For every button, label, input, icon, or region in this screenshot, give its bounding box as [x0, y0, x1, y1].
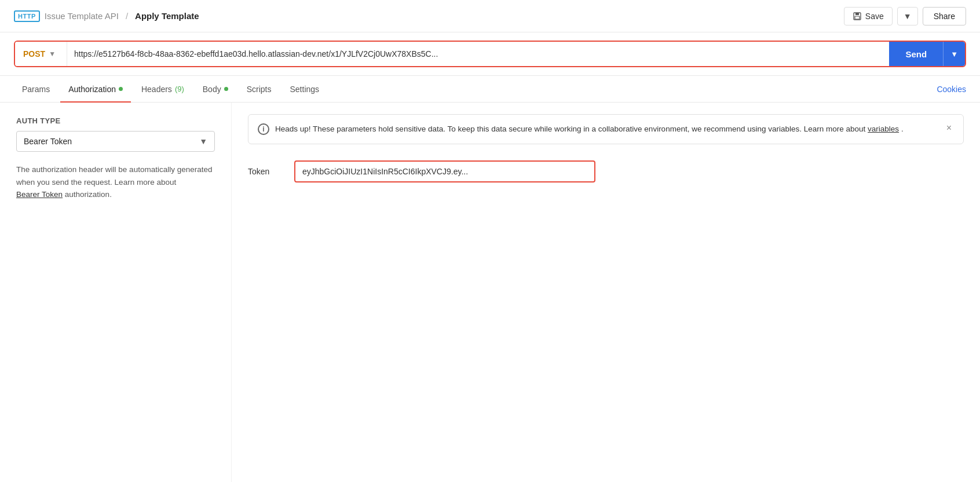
auth-description: The authorization header will be automat… [16, 163, 215, 201]
tab-authorization-label: Authorization [68, 85, 116, 94]
svg-rect-1 [855, 13, 859, 15]
topbar-left: HTTP Issue Template API / Apply Template [14, 10, 199, 22]
tabs-left: Params Authorization Headers (9) Body Sc… [14, 76, 327, 102]
main-content: Auth Type Bearer Token ▼ The authorizati… [0, 103, 980, 482]
svg-rect-2 [855, 16, 860, 19]
right-panel: i Heads up! These parameters hold sensit… [232, 103, 980, 482]
variables-link[interactable]: variables [868, 125, 899, 133]
topbar: HTTP Issue Template API / Apply Template… [0, 0, 980, 32]
url-input[interactable] [67, 42, 889, 66]
auth-desc-suffix: authorization. [65, 190, 112, 199]
http-badge: HTTP [14, 10, 40, 22]
authorization-dot [119, 87, 123, 91]
auth-desc-text: The authorization header will be automat… [16, 165, 212, 187]
method-chevron-icon: ▼ [49, 50, 56, 58]
tab-headers-label: Headers [141, 85, 172, 94]
tab-settings[interactable]: Settings [281, 76, 327, 103]
method-selector[interactable]: POST ▼ [15, 42, 67, 66]
share-button[interactable]: Share [923, 7, 966, 25]
tab-settings-label: Settings [290, 85, 319, 94]
save-icon [853, 12, 862, 21]
save-button[interactable]: Save [844, 7, 893, 25]
send-btn-group: Send ▼ [889, 42, 965, 66]
breadcrumb-separator: / [126, 11, 128, 21]
urlbar-section: POST ▼ Send ▼ [0, 32, 980, 76]
banner-text: Heads up! These parameters hold sensitiv… [275, 123, 938, 136]
breadcrumb-current: Apply Template [135, 11, 199, 21]
urlbar: POST ▼ Send ▼ [14, 41, 966, 67]
auth-type-label: Auth Type [16, 116, 215, 125]
bearer-token-link[interactable]: Bearer Token [16, 190, 63, 199]
cookies-link[interactable]: Cookies [937, 85, 966, 94]
method-label: POST [23, 49, 45, 59]
topbar-right: Save ▼ Share [844, 7, 966, 25]
banner-text-1: Heads up! These parameters hold sensitiv… [275, 125, 865, 133]
info-banner: i Heads up! These parameters hold sensit… [248, 114, 964, 144]
auth-type-value: Bearer Token [24, 137, 72, 146]
auth-type-select[interactable]: Bearer Token ▼ [16, 131, 215, 152]
tab-params-label: Params [22, 85, 50, 94]
token-row: Token [248, 160, 964, 182]
save-label: Save [865, 12, 884, 21]
tab-scripts[interactable]: Scripts [239, 76, 280, 103]
token-input[interactable] [294, 160, 595, 182]
tabs-bar: Params Authorization Headers (9) Body Sc… [0, 76, 980, 103]
tab-params[interactable]: Params [14, 76, 58, 103]
save-dropdown-button[interactable]: ▼ [897, 7, 918, 25]
headers-badge: (9) [175, 85, 184, 93]
tab-headers[interactable]: Headers (9) [133, 76, 192, 103]
body-dot [224, 87, 228, 91]
tab-authorization[interactable]: Authorization [60, 76, 131, 103]
info-icon: i [258, 123, 269, 135]
banner-text-2: . [901, 125, 904, 133]
auth-type-chevron-icon: ▼ [199, 137, 207, 146]
close-banner-button[interactable]: × [944, 123, 954, 133]
send-dropdown-button[interactable]: ▼ [943, 42, 965, 66]
token-label: Token [248, 167, 283, 176]
tab-body[interactable]: Body [195, 76, 236, 103]
send-button[interactable]: Send [889, 42, 943, 66]
left-panel: Auth Type Bearer Token ▼ The authorizati… [0, 103, 232, 482]
tab-scripts-label: Scripts [247, 85, 272, 94]
breadcrumb-parent: Issue Template API [45, 11, 119, 21]
tab-body-label: Body [203, 85, 221, 94]
